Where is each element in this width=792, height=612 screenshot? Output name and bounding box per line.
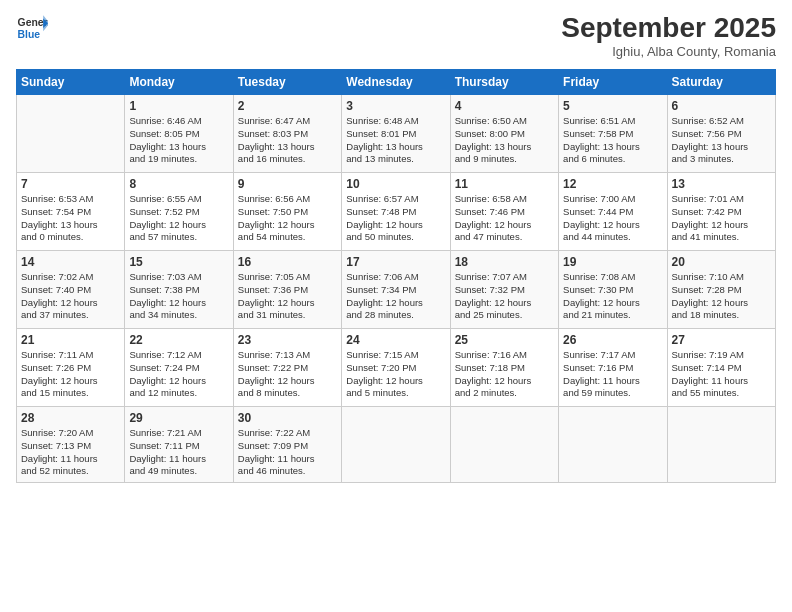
location: Ighiu, Alba County, Romania [561, 44, 776, 59]
day-info: Sunrise: 6:52 AM Sunset: 7:56 PM Dayligh… [672, 115, 771, 166]
calendar-cell: 25Sunrise: 7:16 AM Sunset: 7:18 PM Dayli… [450, 329, 558, 407]
day-info: Sunrise: 6:48 AM Sunset: 8:01 PM Dayligh… [346, 115, 445, 166]
day-info: Sunrise: 6:55 AM Sunset: 7:52 PM Dayligh… [129, 193, 228, 244]
day-number: 8 [129, 177, 228, 191]
day-info: Sunrise: 7:16 AM Sunset: 7:18 PM Dayligh… [455, 349, 554, 400]
day-info: Sunrise: 7:15 AM Sunset: 7:20 PM Dayligh… [346, 349, 445, 400]
day-info: Sunrise: 7:03 AM Sunset: 7:38 PM Dayligh… [129, 271, 228, 322]
day-info: Sunrise: 6:46 AM Sunset: 8:05 PM Dayligh… [129, 115, 228, 166]
day-info: Sunrise: 7:08 AM Sunset: 7:30 PM Dayligh… [563, 271, 662, 322]
month-title: September 2025 [561, 12, 776, 44]
day-number: 2 [238, 99, 337, 113]
day-info: Sunrise: 7:12 AM Sunset: 7:24 PM Dayligh… [129, 349, 228, 400]
calendar-cell: 23Sunrise: 7:13 AM Sunset: 7:22 PM Dayli… [233, 329, 341, 407]
day-info: Sunrise: 7:05 AM Sunset: 7:36 PM Dayligh… [238, 271, 337, 322]
day-info: Sunrise: 6:58 AM Sunset: 7:46 PM Dayligh… [455, 193, 554, 244]
calendar-cell: 17Sunrise: 7:06 AM Sunset: 7:34 PM Dayli… [342, 251, 450, 329]
logo-icon: General Blue [16, 12, 48, 44]
calendar-cell [450, 407, 558, 483]
logo: General Blue [16, 12, 48, 44]
calendar-table: SundayMondayTuesdayWednesdayThursdayFrid… [16, 69, 776, 483]
calendar-cell: 20Sunrise: 7:10 AM Sunset: 7:28 PM Dayli… [667, 251, 775, 329]
calendar-cell: 8Sunrise: 6:55 AM Sunset: 7:52 PM Daylig… [125, 173, 233, 251]
calendar-cell: 22Sunrise: 7:12 AM Sunset: 7:24 PM Dayli… [125, 329, 233, 407]
calendar-cell: 29Sunrise: 7:21 AM Sunset: 7:11 PM Dayli… [125, 407, 233, 483]
day-number: 22 [129, 333, 228, 347]
header-day-monday: Monday [125, 70, 233, 95]
day-number: 24 [346, 333, 445, 347]
calendar-cell: 15Sunrise: 7:03 AM Sunset: 7:38 PM Dayli… [125, 251, 233, 329]
calendar-cell: 26Sunrise: 7:17 AM Sunset: 7:16 PM Dayli… [559, 329, 667, 407]
day-info: Sunrise: 7:20 AM Sunset: 7:13 PM Dayligh… [21, 427, 120, 478]
calendar-cell [342, 407, 450, 483]
calendar-cell: 1Sunrise: 6:46 AM Sunset: 8:05 PM Daylig… [125, 95, 233, 173]
day-info: Sunrise: 7:13 AM Sunset: 7:22 PM Dayligh… [238, 349, 337, 400]
day-number: 14 [21, 255, 120, 269]
day-info: Sunrise: 7:19 AM Sunset: 7:14 PM Dayligh… [672, 349, 771, 400]
title-block: September 2025 Ighiu, Alba County, Roman… [561, 12, 776, 59]
day-info: Sunrise: 6:50 AM Sunset: 8:00 PM Dayligh… [455, 115, 554, 166]
header-day-sunday: Sunday [17, 70, 125, 95]
header-day-wednesday: Wednesday [342, 70, 450, 95]
header: General Blue September 2025 Ighiu, Alba … [16, 12, 776, 59]
calendar-cell: 12Sunrise: 7:00 AM Sunset: 7:44 PM Dayli… [559, 173, 667, 251]
day-info: Sunrise: 7:22 AM Sunset: 7:09 PM Dayligh… [238, 427, 337, 478]
day-info: Sunrise: 6:47 AM Sunset: 8:03 PM Dayligh… [238, 115, 337, 166]
day-number: 6 [672, 99, 771, 113]
day-info: Sunrise: 7:11 AM Sunset: 7:26 PM Dayligh… [21, 349, 120, 400]
day-number: 30 [238, 411, 337, 425]
calendar-cell: 16Sunrise: 7:05 AM Sunset: 7:36 PM Dayli… [233, 251, 341, 329]
day-number: 19 [563, 255, 662, 269]
calendar-cell: 13Sunrise: 7:01 AM Sunset: 7:42 PM Dayli… [667, 173, 775, 251]
header-day-saturday: Saturday [667, 70, 775, 95]
day-number: 5 [563, 99, 662, 113]
day-number: 27 [672, 333, 771, 347]
day-info: Sunrise: 6:56 AM Sunset: 7:50 PM Dayligh… [238, 193, 337, 244]
day-number: 26 [563, 333, 662, 347]
day-number: 18 [455, 255, 554, 269]
day-number: 10 [346, 177, 445, 191]
calendar-cell: 7Sunrise: 6:53 AM Sunset: 7:54 PM Daylig… [17, 173, 125, 251]
week-row-2: 7Sunrise: 6:53 AM Sunset: 7:54 PM Daylig… [17, 173, 776, 251]
day-info: Sunrise: 7:21 AM Sunset: 7:11 PM Dayligh… [129, 427, 228, 478]
day-info: Sunrise: 7:01 AM Sunset: 7:42 PM Dayligh… [672, 193, 771, 244]
day-number: 1 [129, 99, 228, 113]
calendar-page: General Blue September 2025 Ighiu, Alba … [0, 0, 792, 612]
header-row: SundayMondayTuesdayWednesdayThursdayFrid… [17, 70, 776, 95]
day-info: Sunrise: 6:57 AM Sunset: 7:48 PM Dayligh… [346, 193, 445, 244]
day-info: Sunrise: 7:02 AM Sunset: 7:40 PM Dayligh… [21, 271, 120, 322]
header-day-thursday: Thursday [450, 70, 558, 95]
calendar-cell: 3Sunrise: 6:48 AM Sunset: 8:01 PM Daylig… [342, 95, 450, 173]
day-number: 3 [346, 99, 445, 113]
day-number: 7 [21, 177, 120, 191]
day-info: Sunrise: 7:00 AM Sunset: 7:44 PM Dayligh… [563, 193, 662, 244]
calendar-cell [667, 407, 775, 483]
calendar-cell: 11Sunrise: 6:58 AM Sunset: 7:46 PM Dayli… [450, 173, 558, 251]
calendar-cell: 9Sunrise: 6:56 AM Sunset: 7:50 PM Daylig… [233, 173, 341, 251]
day-info: Sunrise: 6:53 AM Sunset: 7:54 PM Dayligh… [21, 193, 120, 244]
week-row-3: 14Sunrise: 7:02 AM Sunset: 7:40 PM Dayli… [17, 251, 776, 329]
calendar-cell: 4Sunrise: 6:50 AM Sunset: 8:00 PM Daylig… [450, 95, 558, 173]
day-number: 9 [238, 177, 337, 191]
day-number: 25 [455, 333, 554, 347]
svg-text:Blue: Blue [18, 29, 41, 40]
calendar-cell: 19Sunrise: 7:08 AM Sunset: 7:30 PM Dayli… [559, 251, 667, 329]
day-info: Sunrise: 7:17 AM Sunset: 7:16 PM Dayligh… [563, 349, 662, 400]
day-number: 15 [129, 255, 228, 269]
day-number: 17 [346, 255, 445, 269]
calendar-cell: 2Sunrise: 6:47 AM Sunset: 8:03 PM Daylig… [233, 95, 341, 173]
day-number: 21 [21, 333, 120, 347]
calendar-cell: 14Sunrise: 7:02 AM Sunset: 7:40 PM Dayli… [17, 251, 125, 329]
calendar-cell [559, 407, 667, 483]
calendar-cell: 10Sunrise: 6:57 AM Sunset: 7:48 PM Dayli… [342, 173, 450, 251]
calendar-cell: 28Sunrise: 7:20 AM Sunset: 7:13 PM Dayli… [17, 407, 125, 483]
day-number: 28 [21, 411, 120, 425]
day-number: 11 [455, 177, 554, 191]
day-number: 23 [238, 333, 337, 347]
calendar-cell: 6Sunrise: 6:52 AM Sunset: 7:56 PM Daylig… [667, 95, 775, 173]
day-number: 16 [238, 255, 337, 269]
day-info: Sunrise: 7:07 AM Sunset: 7:32 PM Dayligh… [455, 271, 554, 322]
calendar-cell: 27Sunrise: 7:19 AM Sunset: 7:14 PM Dayli… [667, 329, 775, 407]
calendar-cell: 18Sunrise: 7:07 AM Sunset: 7:32 PM Dayli… [450, 251, 558, 329]
day-number: 12 [563, 177, 662, 191]
